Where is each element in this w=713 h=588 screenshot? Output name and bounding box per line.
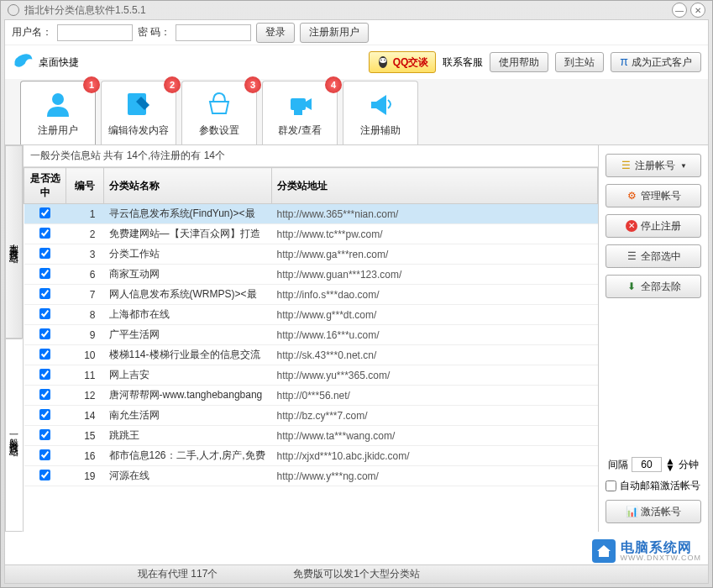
side-tab-general-sites[interactable]: 一般分类信息站 (5, 339, 23, 532)
become-client-button[interactable]: π成为正式客户 (611, 52, 701, 72)
table-row[interactable]: 9广平生活网http://www.16***u.com/ (24, 325, 598, 345)
svg-point-3 (384, 60, 385, 61)
row-checkbox[interactable] (39, 288, 50, 299)
help-button[interactable]: 使用帮助 (490, 52, 548, 72)
app-icon (8, 4, 19, 16)
select-all-button[interactable]: ☰ 全部选中 (606, 244, 701, 268)
table-scroll[interactable]: 是否选中 编号 分类站名称 分类站地址 1寻云信息发布系统(FindYun)><… (24, 167, 598, 532)
row-num: 9 (66, 325, 104, 345)
table-row[interactable]: 12唐河帮帮网-www.tanghebangbanghttp://0***56.… (24, 386, 598, 406)
nav-tab-register-assist[interactable]: 注册辅助 (343, 81, 418, 144)
register-user-button[interactable]: 注册新用户 (300, 23, 369, 43)
table-row[interactable]: 10楼梯114-楼梯行业最全的信息交流http://sk.43***0.net.… (24, 345, 598, 365)
interval-input[interactable] (632, 457, 662, 472)
row-num: 12 (66, 386, 104, 406)
table-row[interactable]: 1寻云信息发布系统(FindYun)><最http://www.365***ni… (24, 204, 598, 224)
row-checkbox[interactable] (39, 449, 50, 460)
nav-tab-label: 群发/查看 (278, 123, 321, 138)
activate-account-button[interactable]: 📊 激活帐号 (606, 500, 701, 523)
svg-point-4 (52, 93, 64, 105)
interval-label: 间隔 (608, 458, 628, 472)
row-num: 14 (66, 406, 104, 426)
nav-tab-label: 编辑待发内容 (108, 123, 169, 138)
row-url: http://www.16***u.com/ (272, 325, 598, 345)
interval-spinner[interactable]: ▲▼ (665, 458, 675, 471)
row-checkbox[interactable] (39, 268, 50, 279)
status-bar: 现在有代理 117个 免费版可以发1个大型分类站 (5, 564, 708, 583)
badge: 3 (244, 76, 261, 93)
row-url: http://0***56.net/ (272, 386, 598, 406)
row-num: 2 (66, 224, 104, 244)
row-url: http://info.s***dao.com/ (272, 285, 598, 305)
toolbar: 桌面快捷 QQ交谈 联系客服 使用帮助 到主站 π成为正式客户 (5, 45, 708, 79)
pi-icon: π (620, 55, 628, 68)
remove-all-button[interactable]: ⬇ 全部去除 (606, 275, 701, 298)
header-url[interactable]: 分类站地址 (272, 168, 598, 204)
row-checkbox[interactable] (39, 349, 50, 360)
header-num[interactable]: 编号 (66, 168, 104, 204)
table-row[interactable]: 7网人信息发布系统(WRMPS)><最http://info.s***dao.c… (24, 285, 598, 305)
nav-tab-edit-content[interactable]: 2 编辑待发内容 (101, 81, 176, 144)
nav-tab-send-view[interactable]: 4 群发/查看 (262, 81, 338, 144)
nav-tab-register-user[interactable]: 1 注册用户 (20, 81, 96, 144)
status-left: 现在有代理 117个 (138, 567, 218, 581)
table-row[interactable]: 8上海都市在线http://www.g***dt.com/ (24, 305, 598, 325)
table-row[interactable]: 2免费建网站—【天津百众网】打造http://www.tc***pw.com/ (24, 224, 598, 244)
titlebar: 指北针分类信息软件1.5.5.1 — ✕ (1, 1, 712, 19)
row-name: 网人信息发布系统(WRMPS)><最 (104, 285, 272, 305)
table-caption: 一般分类信息站 共有 14个,待注册的有 14个 (24, 145, 598, 167)
row-num: 8 (66, 305, 104, 325)
activate-icon: 📊 (626, 506, 637, 517)
header-check[interactable]: 是否选中 (24, 168, 66, 204)
row-checkbox[interactable] (39, 328, 50, 339)
window-title: 指北针分类信息软件1.5.5.1 (24, 3, 146, 18)
row-checkbox[interactable] (39, 228, 50, 239)
table-row[interactable]: 14南允生活网http://bz.cy***7.com/ (24, 406, 598, 426)
svg-point-1 (380, 58, 386, 63)
table-row[interactable]: 6商家互动网http://www.guan***123.com/ (24, 265, 598, 285)
table-row[interactable]: 11网上吉安http://www.yu***365.com/ (24, 365, 598, 386)
row-checkbox[interactable] (39, 409, 50, 420)
basket-icon (203, 88, 235, 120)
row-checkbox[interactable] (39, 470, 50, 480)
main-site-button[interactable]: 到主站 (555, 52, 604, 72)
header-name[interactable]: 分类站名称 (104, 168, 272, 204)
desktop-shortcut-button[interactable]: 桌面快捷 (12, 50, 79, 74)
row-checkbox[interactable] (39, 429, 50, 440)
watermark-text: 电脑系统网 (621, 541, 701, 554)
minimize-button[interactable]: — (672, 3, 687, 18)
table-row[interactable]: 16都市信息126：二手,人才,房产,免费http://xjxd***10.ab… (24, 446, 598, 466)
table-row[interactable]: 3分类工作站http://www.ga***ren.com/ (24, 244, 598, 265)
login-button[interactable]: 登录 (256, 23, 295, 43)
table-area: 一般分类信息站 共有 14个,待注册的有 14个 是否选中 编号 分类站名称 分… (24, 145, 599, 532)
stop-register-button[interactable]: ✕ 停止注册 (606, 214, 701, 238)
row-url: http://www.365***nian.com/ (272, 204, 598, 224)
table-row[interactable]: 15跳跳王http://www.ta***wang.com/ (24, 426, 598, 446)
row-num: 19 (66, 466, 104, 486)
desktop-shortcut-label: 桌面快捷 (39, 55, 79, 70)
svg-point-2 (380, 60, 382, 61)
close-button[interactable]: ✕ (690, 3, 705, 18)
password-input[interactable] (176, 24, 251, 41)
side-tab-large-sites[interactable]: 大型分类信息站 (5, 145, 23, 339)
row-checkbox[interactable] (39, 248, 50, 259)
row-checkbox[interactable] (39, 369, 50, 380)
row-url: http://www.guan***123.com/ (272, 265, 598, 285)
auto-email-checkbox[interactable] (606, 480, 616, 491)
row-checkbox[interactable] (39, 389, 50, 400)
select-all-icon: ☰ (626, 250, 637, 262)
table-row[interactable]: 19河源在线http://www.y***ng.com/ (24, 466, 598, 486)
row-url: http://www.yu***365.com/ (272, 365, 598, 386)
row-checkbox[interactable] (39, 207, 50, 218)
app-window: 指北针分类信息软件1.5.5.1 — ✕ 用户名： 密 码： 登录 注册新用户 … (0, 0, 713, 588)
badge: 4 (325, 76, 342, 93)
register-account-button[interactable]: ☰ 注册帐号 ▼ (606, 154, 701, 177)
svg-rect-7 (294, 110, 302, 115)
nav-tab-params[interactable]: 3 参数设置 (181, 81, 257, 144)
row-num: 7 (66, 285, 104, 305)
username-input[interactable] (57, 24, 133, 41)
manage-account-button[interactable]: ⚙ 管理帐号 (606, 184, 701, 207)
row-num: 15 (66, 426, 104, 446)
row-checkbox[interactable] (39, 308, 50, 319)
qq-contact-button[interactable]: QQ交谈 (369, 51, 437, 73)
